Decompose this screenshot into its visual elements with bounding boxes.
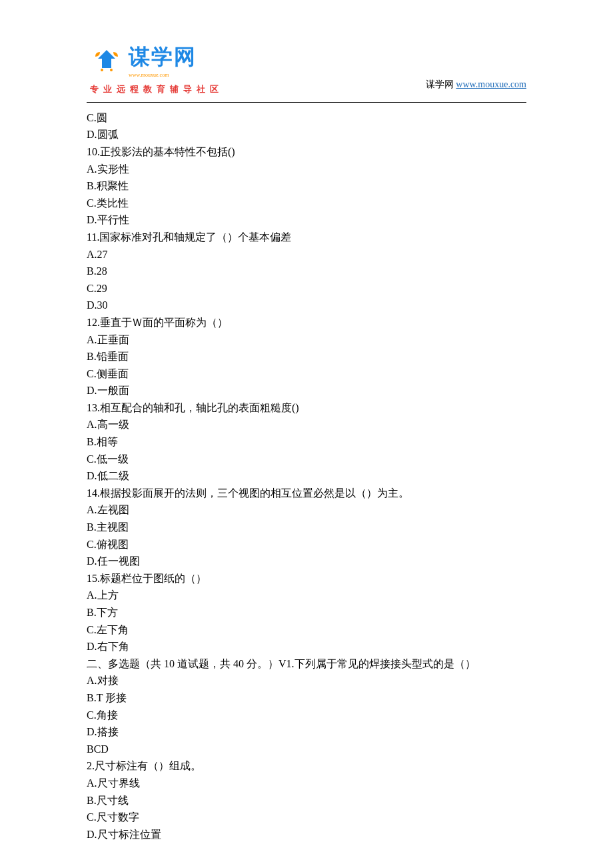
content-line: 14.根据投影面展开的法则，三个视图的相互位置必然是以（）为主。 — [87, 485, 526, 502]
content-line: B.尺寸线 — [87, 792, 526, 809]
page-header: 谋学网 www.mouxue.com 专业远程教育辅导社区 谋学网 www.mo… — [0, 0, 613, 97]
header-right: 谋学网 www.mouxue.com — [426, 77, 526, 96]
content-line: D.一般面 — [87, 382, 526, 399]
svg-point-0 — [101, 69, 103, 71]
content-line: 11.国家标准对孔和轴规定了（）个基本偏差 — [87, 229, 526, 246]
content-line: C.圆 — [87, 109, 526, 127]
content-line: B.28 — [87, 263, 526, 280]
content-line: C.尺寸数字 — [87, 809, 526, 826]
logo-text-block: 谋学网 www.mouxue.com — [129, 40, 197, 80]
content-line: C.俯视图 — [87, 536, 526, 553]
content-line: D.尺寸标注位置 — [87, 826, 526, 843]
content-line: B.T 形接 — [87, 689, 526, 707]
content-line: D.低二级 — [87, 467, 526, 485]
header-right-link[interactable]: www.mouxue.com — [456, 79, 526, 89]
content-line: A.正垂面 — [87, 331, 526, 349]
content-line: BCD — [87, 741, 526, 758]
header-right-label: 谋学网 — [426, 79, 454, 89]
content-line: 13.相互配合的轴和孔，轴比孔的表面粗糙度() — [87, 399, 526, 417]
logo-main-text: 谋学网 — [129, 40, 197, 74]
content-line: C.类比性 — [87, 195, 526, 212]
content-line: D.任一视图 — [87, 553, 526, 570]
content-line: B.铅垂面 — [87, 348, 526, 365]
content-line: A.对接 — [87, 672, 526, 689]
content-line: C.左下角 — [87, 621, 526, 639]
content-line: B.主视图 — [87, 519, 526, 536]
logo-block: 谋学网 www.mouxue.com 专业远程教育辅导社区 — [90, 40, 223, 97]
content-line: D.30 — [87, 297, 526, 314]
content-line: C.侧垂面 — [87, 365, 526, 383]
content-line: D.圆弧 — [87, 126, 526, 143]
logo-icon — [90, 47, 123, 73]
header-divider — [87, 102, 526, 103]
content-line: C.低一级 — [87, 451, 526, 468]
content-line: D.平行性 — [87, 211, 526, 229]
content-line: A.实形性 — [87, 161, 526, 178]
content-line: C.角接 — [87, 707, 526, 724]
content-line: D.右下角 — [87, 638, 526, 655]
content-line: 10.正投影法的基本特性不包括() — [87, 143, 526, 161]
content-line: B.相等 — [87, 433, 526, 451]
content-line: A.27 — [87, 246, 526, 263]
content-line: 12.垂直于Ｗ面的平面称为（） — [87, 314, 526, 331]
content-line: A.上方 — [87, 587, 526, 604]
content-line: C.29 — [87, 280, 526, 297]
content-line: 15.标题栏位于图纸的（） — [87, 570, 526, 587]
logo-tagline: 专业远程教育辅导社区 — [90, 83, 223, 97]
content-line: 2.尺寸标注有（）组成。 — [87, 757, 526, 775]
content-line: D.搭接 — [87, 723, 526, 741]
content-line: A.高一级 — [87, 416, 526, 433]
logo-row: 谋学网 www.mouxue.com — [90, 40, 223, 80]
content-line: B.下方 — [87, 604, 526, 621]
content-line: A.尺寸界线 — [87, 775, 526, 792]
content-line: A.左视图 — [87, 501, 526, 519]
content-line: 二、多选题（共 10 道试题，共 40 分。）V1.下列属于常见的焊接接头型式的… — [87, 655, 526, 673]
content-line: B.积聚性 — [87, 177, 526, 195]
svg-point-1 — [110, 69, 113, 71]
document-content: C.圆 D.圆弧 10.正投影法的基本特性不包括() A.实形性 B.积聚性 C… — [0, 109, 613, 868]
